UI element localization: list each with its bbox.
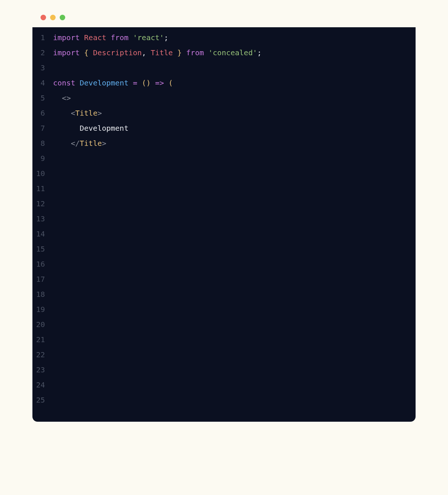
code-token: <> bbox=[62, 94, 71, 102]
code-content[interactable]: <> bbox=[53, 94, 71, 102]
code-token: { bbox=[84, 48, 88, 57]
minimize-icon[interactable] bbox=[50, 15, 56, 20]
code-line[interactable]: 25 bbox=[32, 396, 416, 411]
code-line[interactable]: 20 bbox=[32, 321, 416, 336]
code-content[interactable]: </Title> bbox=[53, 140, 106, 147]
code-token: from bbox=[111, 33, 129, 42]
code-line[interactable]: 12 bbox=[32, 200, 416, 215]
code-token: 'react' bbox=[133, 33, 164, 42]
code-token: ) bbox=[146, 78, 151, 87]
code-line[interactable]: 1import React from 'react'; bbox=[32, 34, 416, 49]
code-token bbox=[106, 33, 111, 42]
code-token bbox=[53, 139, 71, 148]
code-line[interactable]: 18 bbox=[32, 291, 416, 306]
code-token: Description bbox=[93, 48, 141, 57]
line-number: 14 bbox=[32, 230, 53, 238]
line-number: 3 bbox=[32, 64, 53, 71]
code-line[interactable]: 10 bbox=[32, 170, 416, 185]
code-line[interactable]: 22 bbox=[32, 351, 416, 366]
code-token: Development bbox=[80, 124, 128, 133]
code-token: React bbox=[84, 33, 106, 42]
code-token: ( bbox=[142, 78, 146, 87]
code-token bbox=[53, 94, 62, 102]
code-token bbox=[182, 48, 186, 57]
code-token bbox=[80, 48, 84, 57]
line-number: 15 bbox=[32, 245, 53, 253]
code-token bbox=[129, 33, 133, 42]
line-number: 7 bbox=[32, 124, 53, 132]
code-token: import bbox=[53, 33, 80, 42]
window-titlebar bbox=[32, 7, 416, 27]
line-number: 1 bbox=[32, 34, 53, 41]
code-line[interactable]: 14 bbox=[32, 230, 416, 245]
code-content[interactable]: <Title> bbox=[53, 109, 102, 117]
code-token bbox=[204, 48, 208, 57]
code-line[interactable]: 3 bbox=[32, 64, 416, 79]
code-token: import bbox=[53, 48, 80, 57]
line-number: 17 bbox=[32, 275, 53, 283]
editor-window: 1import React from 'react';2import { Des… bbox=[32, 7, 416, 422]
code-token bbox=[146, 48, 151, 57]
code-token: > bbox=[102, 139, 106, 148]
code-token bbox=[173, 48, 177, 57]
maximize-icon[interactable] bbox=[60, 15, 65, 20]
code-content[interactable]: import { Description, Title } from 'conc… bbox=[53, 49, 262, 56]
code-editor[interactable]: 1import React from 'react';2import { Des… bbox=[32, 27, 416, 422]
code-token: from bbox=[186, 48, 204, 57]
code-line[interactable]: 8 </Title> bbox=[32, 140, 416, 155]
code-token: Development bbox=[80, 78, 128, 87]
code-content[interactable]: const Development = () => ( bbox=[53, 79, 173, 87]
code-token: ( bbox=[168, 78, 173, 87]
code-token: ; bbox=[164, 33, 168, 42]
code-token bbox=[151, 78, 155, 87]
code-token: } bbox=[177, 48, 182, 57]
code-token: Title bbox=[75, 109, 97, 117]
code-token: ; bbox=[257, 48, 262, 57]
code-line[interactable]: 13 bbox=[32, 215, 416, 230]
line-number: 8 bbox=[32, 140, 53, 147]
code-line[interactable]: 21 bbox=[32, 336, 416, 351]
line-number: 20 bbox=[32, 321, 53, 328]
line-number: 4 bbox=[32, 79, 53, 87]
code-token: < bbox=[71, 109, 75, 117]
code-token: </ bbox=[71, 139, 80, 148]
code-line[interactable]: 11 bbox=[32, 185, 416, 200]
code-line[interactable]: 2import { Description, Title } from 'con… bbox=[32, 49, 416, 64]
line-number: 25 bbox=[32, 396, 53, 404]
code-token bbox=[129, 78, 133, 87]
line-number: 6 bbox=[32, 109, 53, 117]
line-number: 16 bbox=[32, 260, 53, 268]
code-line[interactable]: 23 bbox=[32, 366, 416, 381]
code-token bbox=[53, 109, 71, 117]
code-token bbox=[164, 78, 168, 87]
code-token: Title bbox=[80, 139, 102, 148]
code-line[interactable]: 19 bbox=[32, 306, 416, 321]
code-token bbox=[88, 48, 93, 57]
line-number: 12 bbox=[32, 200, 53, 207]
line-number: 5 bbox=[32, 94, 53, 102]
line-number: 21 bbox=[32, 336, 53, 343]
code-line[interactable]: 9 bbox=[32, 155, 416, 170]
line-number: 24 bbox=[32, 381, 53, 389]
code-line[interactable]: 5 <> bbox=[32, 94, 416, 109]
code-token: Title bbox=[151, 48, 173, 57]
code-content[interactable]: import React from 'react'; bbox=[53, 34, 168, 41]
code-line[interactable]: 4const Development = () => ( bbox=[32, 79, 416, 94]
line-number: 2 bbox=[32, 49, 53, 56]
code-token: => bbox=[155, 78, 164, 87]
code-line[interactable]: 16 bbox=[32, 260, 416, 275]
code-line[interactable]: 17 bbox=[32, 275, 416, 291]
line-number: 11 bbox=[32, 185, 53, 192]
line-number: 13 bbox=[32, 215, 53, 222]
code-line[interactable]: 15 bbox=[32, 245, 416, 260]
close-icon[interactable] bbox=[41, 15, 46, 20]
code-token bbox=[137, 78, 142, 87]
code-token: , bbox=[142, 48, 146, 57]
code-line[interactable]: 7 Development bbox=[32, 124, 416, 140]
code-token bbox=[75, 78, 80, 87]
code-line[interactable]: 24 bbox=[32, 381, 416, 396]
line-number: 10 bbox=[32, 170, 53, 177]
code-line[interactable]: 6 <Title> bbox=[32, 109, 416, 124]
code-token: const bbox=[53, 78, 75, 87]
code-content[interactable]: Development bbox=[53, 124, 129, 132]
